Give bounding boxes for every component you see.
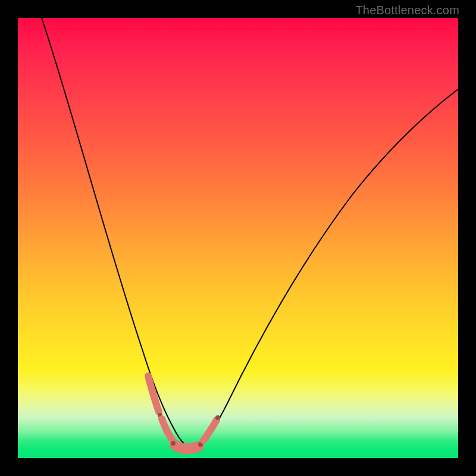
highlight-dot-tr	[215, 415, 220, 420]
attribution-text: TheBottleneck.com	[355, 4, 459, 17]
chart-container: TheBottleneck.com	[0, 0, 476, 476]
bottleneck-curve	[18, 18, 458, 458]
curve-path	[42, 18, 458, 447]
plot-area	[18, 18, 458, 458]
highlight-dot-bl	[171, 441, 176, 446]
highlight-right	[203, 420, 217, 440]
highlight-base	[175, 445, 199, 449]
